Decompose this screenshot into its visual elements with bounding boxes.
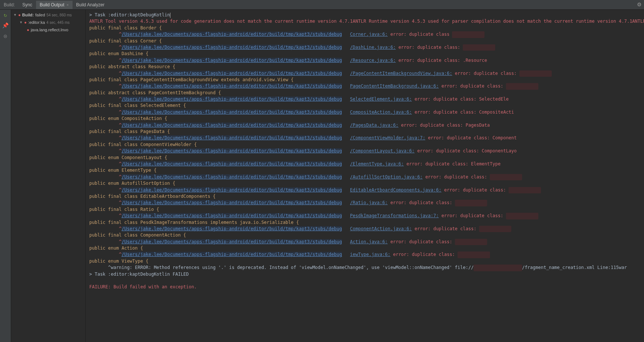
decl-line: public final class PagesData { <box>89 129 170 134</box>
error-icon: ● <box>18 13 21 17</box>
error-msg: error: duplicate class: <box>414 110 476 115</box>
file-link[interactable]: /Users/jake.lee/Documents/apps-flagship-… <box>122 96 342 102</box>
view-icon[interactable]: ◎ <box>4 33 7 39</box>
error-icon: ● <box>24 20 27 25</box>
file-ref[interactable]: /Resource.java:6: <box>350 58 396 63</box>
file-link[interactable]: /Users/jake.lee/Documents/apps-flagship-… <box>122 110 342 115</box>
file-ref[interactable]: /ElementType.java:6: <box>350 161 404 167</box>
decl-line: public final class ComponentAction { <box>89 232 186 238</box>
file-ref[interactable]: PesdkImageTransformations.java:7: <box>350 213 439 218</box>
file-link[interactable]: /Users/jake.lee/Documents/apps-flagship-… <box>122 174 342 180</box>
chevron-down-icon: ▼ <box>13 13 17 17</box>
decl-line: public enum Action { <box>89 246 143 251</box>
task-failed: > Task :editor:kaptDebugKotlin FAILED <box>89 272 189 277</box>
tab-sync[interactable]: Sync <box>19 1 36 9</box>
file-ref[interactable]: /ComponentViewHolder.java:7: <box>350 135 425 140</box>
build-tabbar: Build: Sync Build Output× Build Analyzer… <box>0 0 644 10</box>
error-msg: error: duplicate class: <box>441 83 503 89</box>
gutter: ↻ 📌 ◎ <box>0 10 11 342</box>
close-icon[interactable]: × <box>67 3 69 7</box>
file-link[interactable]: /Users/jake.lee/Documents/apps-flagship-… <box>122 226 342 231</box>
console-output[interactable]: > Task :editor:kaptDebugKotlin ANTLR Too… <box>86 10 644 342</box>
file-ref[interactable]: /PageContentItemBackgroundView.java:6: <box>350 71 452 76</box>
decl-line: public enum ElementType { <box>89 168 157 173</box>
file-link[interactable]: /Users/jake.lee/Documents/apps-flagship-… <box>122 71 342 76</box>
file-link[interactable]: /Users/jake.lee/Documents/apps-flagship-… <box>122 148 342 153</box>
decl-line: public final class PesdkImageTransformat… <box>89 220 299 225</box>
file-link[interactable]: /Users/jake.lee/Documents/apps-flagship-… <box>122 161 342 167</box>
decl-line: public final class Corner { <box>89 38 162 44</box>
file-ref[interactable]: ComponentAction.java:6: <box>350 226 412 231</box>
error-msg: error: duplicate class: <box>393 252 455 257</box>
file-ref[interactable]: Corner.java:6: <box>350 32 388 37</box>
error-msg: error: duplicate class: <box>414 226 476 231</box>
file-ref[interactable]: SelectedElement.java:6: <box>350 96 412 102</box>
decl-line: public final class Border { <box>89 25 162 31</box>
error-msg: error: duplicate class: <box>407 161 468 167</box>
gear-icon[interactable]: ⚙ <box>637 1 642 7</box>
error-msg: error: duplicate class <box>390 32 449 37</box>
task-line: > Task :editor:kaptDebugKotlin <box>89 12 170 18</box>
build-tree[interactable]: ▼ ● Build: failed 54 sec, 860 ms ▼ ● :ed… <box>11 10 86 342</box>
decl-line: public abstract class PageContentItemBac… <box>89 90 221 95</box>
error-msg: error: duplicate class: <box>414 96 476 102</box>
file-ref[interactable]: /ComponentLayout.java:6: <box>350 148 414 153</box>
file-link[interactable]: /Users/jake.lee/Documents/apps-flagship-… <box>122 239 342 244</box>
error-icon: ● <box>27 28 29 32</box>
pin-icon[interactable]: 📌 <box>2 22 9 28</box>
tree-exception[interactable]: ● java.lang.reflect.Invo <box>12 26 84 34</box>
antlr-warning: ANTLR Tool version 4.5.3 used for code g… <box>89 19 644 24</box>
file-ref[interactable]: Action.java:6: <box>350 239 388 244</box>
decl-line: public abstract class Resource { <box>89 64 175 69</box>
file-link[interactable]: /Users/jake.lee/Documents/apps-flagship-… <box>122 252 342 257</box>
decl-line: public final class EditableArtboardCompo… <box>89 194 216 199</box>
build-label: Build: <box>0 2 19 7</box>
error-msg: error: duplicate class: <box>428 135 490 140</box>
file-link[interactable]: /Users/jake.lee/Documents/apps-flagship-… <box>122 123 342 128</box>
file-ref[interactable]: /PagesData.java:6: <box>350 123 398 128</box>
error-msg: error: duplicate class: <box>417 148 479 153</box>
file-link[interactable]: /Users/jake.lee/Documents/apps-flagship-… <box>122 187 342 193</box>
decl-line: public final class Ratio { <box>89 207 159 212</box>
file-ref[interactable]: /Ratio.java:6: <box>350 200 388 205</box>
decl-line: public enum ViewType { <box>89 259 148 264</box>
file-ref[interactable]: /DashLine.java:6: <box>350 45 396 50</box>
error-msg: error: duplicate class: <box>398 45 460 50</box>
error-msg: error: duplicate class: <box>444 187 506 193</box>
file-ref[interactable]: EditableArtboardComponents.java:6: <box>350 187 442 193</box>
file-link[interactable]: /Users/jake.lee/Documents/apps-flagship-… <box>122 200 342 205</box>
warning-line: ^warning: ERROR: Method references using… <box>89 265 474 270</box>
decl-line: public enum ComponentLayout { <box>89 155 167 160</box>
decl-line: public final class PageContentItemBackgr… <box>89 77 294 82</box>
tree-module[interactable]: ▼ ● :editor:ka 4 sec, 445 ms <box>12 19 84 26</box>
file-ref[interactable]: /AutofillSortOption.java:6: <box>350 174 423 180</box>
file-link[interactable]: /Users/jake.lee/Documents/apps-flagship-… <box>122 45 342 50</box>
error-msg: error: duplicate class: <box>398 58 460 63</box>
failure-line: FAILURE: Build failed with an exception. <box>89 284 197 289</box>
decl-line: public final class ComponentViewHolder { <box>89 142 197 147</box>
tab-build-analyzer[interactable]: Build Analyzer <box>73 1 108 9</box>
error-msg: error: duplicate class: <box>390 200 452 205</box>
decl-line: public final class SelectedElement { <box>89 103 186 108</box>
file-link[interactable]: /Users/jake.lee/Documents/apps-flagship-… <box>122 32 342 37</box>
file-ref[interactable]: iewType.java:6: <box>350 252 390 257</box>
error-msg: error: duplicate class: <box>441 213 503 218</box>
decl-line: public enum CompositeAction { <box>89 116 167 121</box>
error-msg: error: duplicate class: <box>401 123 463 128</box>
file-link[interactable]: /Users/jake.lee/Documents/apps-flagship-… <box>122 135 342 140</box>
decl-line: public enum DashLine { <box>89 51 148 56</box>
tab-build-output[interactable]: Build Output× <box>36 1 73 9</box>
error-msg: error: duplicate class: <box>455 71 517 76</box>
file-ref[interactable]: PageContentItemBackground.java:6: <box>350 83 439 89</box>
file-link[interactable]: /Users/jake.lee/Documents/apps-flagship-… <box>122 58 342 63</box>
chevron-down-icon: ▼ <box>19 20 23 24</box>
tree-root[interactable]: ▼ ● Build: failed 54 sec, 860 ms <box>12 11 84 19</box>
rerun-icon[interactable]: ↻ <box>4 12 7 18</box>
error-msg: error: duplicate class: <box>390 239 452 244</box>
file-link[interactable]: /Users/jake.lee/Documents/apps-flagship-… <box>122 83 342 89</box>
error-msg: error: duplicate class: <box>425 174 487 180</box>
file-ref[interactable]: CompositeAction.java:6: <box>350 110 412 115</box>
file-link[interactable]: /Users/jake.lee/Documents/apps-flagship-… <box>122 213 342 218</box>
decl-line: public enum AutofillSortOption { <box>89 181 175 186</box>
